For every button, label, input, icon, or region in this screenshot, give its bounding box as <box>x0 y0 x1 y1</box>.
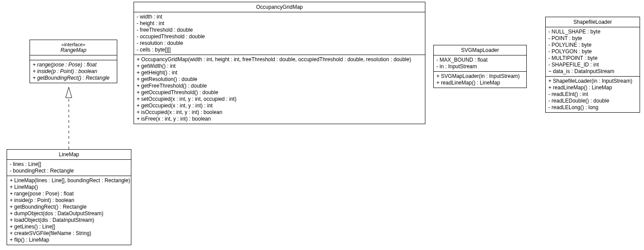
attr: - POLYGON : byte <box>548 48 637 55</box>
attr: - height : int <box>137 20 422 27</box>
op: + LineMap(lines : Line[], boundingRect :… <box>10 177 128 184</box>
stereotype: «interface» <box>34 42 113 47</box>
class-title: RangeMap <box>60 47 86 53</box>
op: + setOccupied(x : int, y : int, occupied… <box>137 96 422 103</box>
class-shapefileloader: ShapefileLoader - NULL_SHAPE : byte - PO… <box>545 17 640 113</box>
op: + ShapefileLoader(in : InputStream) <box>548 78 637 85</box>
op: + inside(p : Point) : boolean <box>10 197 128 204</box>
ops-compartment: + OccupancyGridMap(width : int, height :… <box>134 55 425 124</box>
op: + getResolution() : double <box>137 76 422 83</box>
class-occupancygridmap: OccupancyGridMap - width : int - height … <box>134 2 425 124</box>
attr: - MULTIPOINT : byte <box>548 55 637 62</box>
ops-compartment: + SVGMapLoader(in : InputStream) + readL… <box>434 72 526 88</box>
op: + isOccupied(x : int, y : int) : boolean <box>137 109 422 116</box>
class-header: OccupancyGridMap <box>134 2 425 12</box>
op: - readLELong() : long <box>548 104 637 111</box>
op: + createSVGFile(fileName : String) <box>10 230 128 237</box>
attr: - POLYLINE : byte <box>548 42 637 48</box>
class-title: ShapefileLoader <box>573 19 612 25</box>
op: + range(pose : Pose) : float <box>10 191 128 197</box>
attr: - SHAPEFILE_ID : int <box>548 62 637 68</box>
ops-compartment: + ShapefileLoader(in : InputStream) + re… <box>546 77 640 112</box>
class-header: SVGMapLoader <box>434 45 526 55</box>
op: + range(pose : Pose) : float <box>33 62 114 68</box>
op: + getWidth() : int <box>137 63 422 70</box>
op: + getBoundingRect() : Rectangle <box>33 75 114 81</box>
attr: - NULL_SHAPE : byte <box>548 29 637 35</box>
attr: - resolution : double <box>137 40 422 47</box>
class-header: ShapefileLoader <box>546 17 640 27</box>
op: + readLineMap() : LineMap <box>548 85 637 91</box>
op: + LineMap() <box>10 184 128 191</box>
ops-compartment: + range(pose : Pose) : float + inside(p … <box>30 60 117 83</box>
class-title: OccupancyGridMap <box>256 4 303 10</box>
class-linemap: LineMap - lines : Line[] - boundingRect … <box>7 149 131 245</box>
op: + getFreeThreshold() : double <box>137 83 422 89</box>
attrs-compartment: - width : int - height : int - freeThres… <box>134 12 425 55</box>
class-svgmaploader: SVGMapLoader - MAX_BOUND : float - in : … <box>433 45 527 88</box>
class-header: «interface» RangeMap <box>30 40 117 55</box>
op: + getLines() : Line[] <box>10 224 128 230</box>
op: + OccupancyGridMap(width : int, height :… <box>137 56 422 63</box>
op: + isFree(x : int, y : int) : boolean <box>137 116 422 122</box>
attr: - POINT : byte <box>548 35 637 42</box>
attrs-compartment <box>30 55 117 60</box>
attr: - in : InputStream <box>436 63 524 70</box>
attr: - cells : byte[][] <box>137 47 422 53</box>
op: + getHeight() : int <box>137 70 422 76</box>
attr: - MAX_BOUND : float <box>436 57 524 63</box>
op: - readLEDouble() : double <box>548 98 637 104</box>
op: + getOccupiedThreshold() : double <box>137 89 422 96</box>
class-title: LineMap <box>59 151 79 158</box>
attr: - freeThreshold : double <box>137 27 422 33</box>
class-header: LineMap <box>7 150 131 160</box>
attr: - width : int <box>137 14 422 20</box>
op: - readLEInt() : int <box>548 91 637 98</box>
op: + getBoundingRect() : Rectangle <box>10 204 128 210</box>
op: + dumpObject(dos : DataOutputStream) <box>10 210 128 217</box>
attrs-compartment: - NULL_SHAPE : byte - POINT : byte - POL… <box>546 27 640 77</box>
op: + readLineMap() : LineMap <box>436 80 524 86</box>
attrs-compartment: - MAX_BOUND : float - in : InputStream <box>434 55 526 72</box>
attr: - occupiedThreshold : double <box>137 33 422 40</box>
attr: - boundingRect : Rectangle <box>10 168 128 174</box>
op: + getOccupied(x : int, y : int) : int <box>137 103 422 109</box>
op: + flip() : LineMap <box>10 237 128 243</box>
attrs-compartment: - lines : Line[] - boundingRect : Rectan… <box>7 160 131 176</box>
class-rangemap: «interface» RangeMap + range(pose : Pose… <box>30 40 117 83</box>
op: + loadObject(dis : DataInputStream) <box>10 217 128 224</box>
attr: ~ data_is : DataInputStream <box>548 68 637 75</box>
ops-compartment: + LineMap(lines : Line[], boundingRect :… <box>7 176 131 245</box>
realization-arrowhead <box>66 87 72 98</box>
attr: - lines : Line[] <box>10 161 128 168</box>
op: + SVGMapLoader(in : InputStream) <box>436 73 524 80</box>
class-title: SVGMapLoader <box>461 47 499 53</box>
op: + inside(p : Point) : boolean <box>33 68 114 75</box>
